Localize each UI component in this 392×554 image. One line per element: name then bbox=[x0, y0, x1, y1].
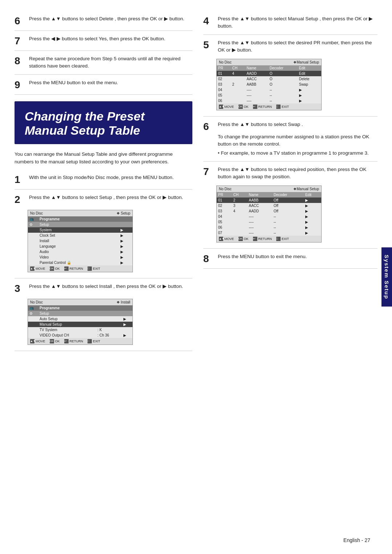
step-6-bullet: • For example, to move a TV station in p… bbox=[218, 150, 377, 157]
step-7-left: 7 Press the ◀ ▶ buttons to select Yes, t… bbox=[15, 31, 192, 51]
tv-header-right-m2: ❖Manual Setup bbox=[293, 187, 319, 191]
step-text-8r: Press the MENU button to exit the menu. bbox=[218, 253, 307, 260]
table-row: Parental Control 🔒▶ bbox=[28, 260, 132, 265]
step-number-3: 3 bbox=[15, 284, 25, 294]
step-number-6r: 6 bbox=[203, 122, 213, 132]
step-text-7l: Press the ◀ ▶ buttons to select Yes, the… bbox=[29, 35, 165, 42]
table-row: Install▶ bbox=[28, 238, 132, 244]
step-number-4: 4 bbox=[203, 16, 213, 26]
table-row: 034AADDOff▶ bbox=[217, 208, 321, 214]
side-tab: System Setup bbox=[381, 247, 392, 306]
table-row: 05------▶ bbox=[217, 93, 321, 98]
tv-header-left-install: No Disc bbox=[30, 300, 43, 304]
step-text-6r: Press the ▲▼ buttons to select Swap . bbox=[218, 121, 303, 132]
step-4: 4 Press the ▲▼ buttons to select Manual … bbox=[203, 11, 377, 35]
table-row: 02AACCODelete bbox=[217, 76, 321, 82]
step-5: 5 Press the ▲▼ buttons to select the des… bbox=[203, 35, 377, 117]
top-steps-left: 6 Press the ▲▼ buttons to select Delete … bbox=[15, 11, 192, 95]
table-row: Language▶ bbox=[28, 244, 132, 249]
install-menu-table: 📺Programme ⚙Setup Auto Setup▶ Manual Set… bbox=[28, 305, 132, 338]
table-row: TV System: K bbox=[28, 327, 132, 333]
col-decoder: Decoder bbox=[268, 65, 298, 71]
col-ch2: CH bbox=[232, 192, 248, 197]
page-number-text: English - 27 bbox=[343, 537, 370, 543]
step-8-right: 8 Press the MENU button to exit the menu… bbox=[203, 249, 377, 269]
tv-footer-install: ▲▼ MOVE OK OK ↩ RETURN □ EXIT bbox=[28, 338, 132, 345]
table-header-row: PR CH Name Decoder Edit bbox=[217, 65, 321, 71]
step-7-right: 7 Press the ▲▼ buttons to select require… bbox=[203, 162, 377, 249]
col-pr2: PR bbox=[217, 192, 232, 197]
step-1: 1 With the unit in Stop mode/No Disc mod… bbox=[15, 170, 192, 190]
step-text-7r: Press the ▲▼ buttons to select required … bbox=[218, 166, 377, 181]
table-row: 05------▶ bbox=[217, 219, 321, 225]
tv-header-manual2: No Disc ❖Manual Setup bbox=[217, 186, 321, 192]
manual-setup-screen-2: No Disc ❖Manual Setup PR CH Name Decoder… bbox=[216, 186, 322, 243]
table-row: Clock Set▶ bbox=[28, 233, 132, 238]
section-title: Changing the PresetManual Setup Table bbox=[25, 109, 182, 138]
step-6-para: To change the programme number assigned … bbox=[218, 133, 377, 148]
step-text-3: Press the ▲▼ buttons to select Install ,… bbox=[29, 283, 183, 290]
step-3-row: 3 Press the ▲▼ buttons to select Install… bbox=[15, 278, 192, 295]
step-number-6l: 6 bbox=[15, 16, 25, 26]
step-6-subtext: To change the programme number assigned … bbox=[203, 133, 377, 157]
setup-menu-table: 📺Programme ⚙Setup System▶ Clock Set▶ Ins… bbox=[28, 216, 132, 265]
table-row: 012AABBOff▶ bbox=[217, 197, 321, 203]
step-number-2: 2 bbox=[15, 195, 25, 205]
col-edit: Edit bbox=[298, 65, 321, 71]
col-decoder2: Decoder bbox=[272, 192, 304, 197]
col-edit2: Edit bbox=[304, 192, 321, 197]
tv-footer-manual2: ▲▼ MOVE OK OK ↩ RETURN □ EXIT bbox=[217, 236, 321, 242]
col-ch: CH bbox=[231, 65, 245, 71]
table-row: VIDEO Output CH: Ch 36▶ bbox=[28, 333, 132, 338]
manual-setup-table-1: PR CH Name Decoder Edit 014AADDOEdit 02A… bbox=[217, 65, 321, 103]
step-number-8r: 8 bbox=[203, 254, 213, 264]
section-title-box: Changing the PresetManual Setup Table bbox=[15, 101, 192, 144]
table-row: 04------▶ bbox=[217, 87, 321, 93]
step-number-5: 5 bbox=[203, 40, 213, 50]
page-number: English - 27 bbox=[343, 537, 370, 543]
step-9-left: 9 Press the MENU button to exit the menu… bbox=[15, 75, 192, 95]
col-name: Name bbox=[245, 65, 268, 71]
manual-setup-screen-1: No Disc ❖Manual Setup PR CH Name Decoder… bbox=[216, 59, 322, 110]
table-row: 07------▶ bbox=[217, 230, 321, 236]
step-number-8l: 8 bbox=[15, 56, 25, 66]
manual-setup-table-2: PR CH Name Decoder Edit 012AABBOff▶ 023A… bbox=[217, 192, 321, 236]
table-row: Manual Setup▶ bbox=[28, 322, 132, 327]
step-number-7l: 7 bbox=[15, 36, 25, 46]
table-row: ⚙Setup bbox=[28, 311, 132, 316]
right-column: 4 Press the ▲▼ buttons to select Manual … bbox=[203, 11, 377, 351]
tv-header-install: No Disc ❖ Install bbox=[28, 299, 132, 305]
intro-text: You can rearrange the Manual Setup Table… bbox=[15, 151, 192, 166]
setup-screen: No Disc ❖ Setup 📺Programme ⚙Setup System… bbox=[28, 210, 133, 272]
tv-header-left-setup: No Disc bbox=[30, 211, 43, 215]
step-5-row: 5 Press the ▲▼ buttons to select the des… bbox=[203, 35, 377, 56]
table-row: Auto Setup▶ bbox=[28, 316, 132, 322]
step-2-row: 2 Press the ▲▼ buttons to select Setup ,… bbox=[15, 190, 192, 206]
step-7-row: 7 Press the ▲▼ buttons to select require… bbox=[203, 162, 377, 182]
side-tab-label: System Setup bbox=[384, 254, 390, 299]
table-row: 06------▶ bbox=[217, 225, 321, 230]
table-row: System▶ bbox=[28, 227, 132, 233]
table-row: Audio▶ bbox=[28, 249, 132, 254]
step-3: 3 Press the ▲▼ buttons to select Install… bbox=[15, 278, 192, 351]
step-text-8l: Repeat the same procedure from Step 5 on… bbox=[29, 55, 192, 70]
table-row: 04------▶ bbox=[217, 214, 321, 219]
tv-header-right-setup: ❖ Setup bbox=[117, 211, 130, 215]
step-6-header: 6 Press the ▲▼ buttons to select Swap . bbox=[203, 121, 303, 132]
step-number-1: 1 bbox=[15, 175, 25, 185]
table-row: ⚙Setup bbox=[28, 222, 132, 227]
tv-header-right-install: ❖ Install bbox=[117, 300, 130, 304]
step-2: 2 Press the ▲▼ buttons to select Setup ,… bbox=[15, 190, 192, 278]
step-text-9l: Press the MENU button to exit the menu. bbox=[29, 79, 118, 86]
left-column: 6 Press the ▲▼ buttons to select Delete … bbox=[15, 11, 192, 351]
step-text-6l: Press the ▲▼ buttons to select Delete , … bbox=[29, 15, 184, 23]
tv-header-manual1: No Disc ❖Manual Setup bbox=[217, 59, 321, 65]
tv-header-left-m1: No Disc bbox=[219, 60, 232, 64]
install-screen: No Disc ❖ Install 📺Programme ⚙Setup Auto… bbox=[28, 299, 133, 345]
table-row: 032AABBOSwap bbox=[217, 82, 321, 87]
table-row: 06------▶ bbox=[217, 98, 321, 103]
col-name2: Name bbox=[247, 192, 272, 197]
table-row: Video▶ bbox=[28, 254, 132, 260]
table-row: 📺Programme bbox=[28, 216, 132, 222]
table-row: 023AACCOff▶ bbox=[217, 203, 321, 208]
